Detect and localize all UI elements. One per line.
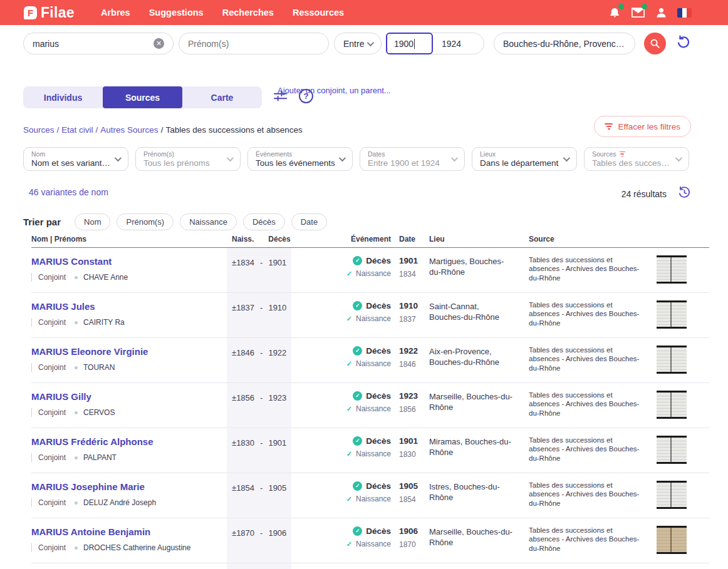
breadcrumb-separator: /: [161, 125, 164, 135]
bullet-icon: [75, 366, 78, 369]
source-collection: Tables des successions et absences - Arc…: [523, 248, 650, 292]
event-secondary-label: Naissance: [356, 404, 391, 413]
mail-icon[interactable]: [631, 6, 645, 19]
birth-year-approx: ±1834: [232, 258, 254, 292]
death-year: 1923: [268, 393, 286, 428]
filter-select-sources[interactable]: SourcesTables des successions et ab...: [584, 147, 689, 171]
results-list: MARIUS Constant Conjoint CHAVE Anne ±183…: [0, 248, 728, 569]
filter-select-dates[interactable]: DatesEntre 1900 et 1924: [360, 147, 465, 171]
table-row[interactable]: MARIUS Eleonore Virginie Conjoint TOURAN…: [31, 338, 709, 383]
breadcrumb-autres-sources[interactable]: Autres Sources: [100, 125, 158, 135]
history-icon[interactable]: [678, 186, 691, 202]
event-place: Marseille, Bouches-du-Rhône: [424, 563, 523, 569]
record-thumbnail[interactable]: [657, 436, 687, 464]
spouse-name: CERVOS: [83, 408, 115, 417]
event-place: Istres, Bouches-du-Rhône: [424, 473, 523, 518]
table-row[interactable]: MARIUS Josephine Marie Conjoint DELUZ An…: [31, 473, 709, 518]
table-row[interactable]: MARIUS Constant Conjoint CHAVE Anne ±183…: [31, 248, 709, 293]
filter-select-lieux[interactable]: LieuxDans le département: [472, 147, 577, 171]
event-secondary-label: Naissance: [356, 540, 391, 548]
bullet-icon: [75, 276, 78, 279]
results-count: 24 résultats: [621, 189, 667, 199]
death-year: 1905: [268, 483, 286, 518]
breadcrumb-etat-civil[interactable]: Etat civil: [61, 125, 93, 135]
tab-sources[interactable]: Sources: [103, 86, 182, 108]
bell-icon[interactable]: [608, 6, 621, 19]
spouse-label: Conjoint: [38, 453, 75, 462]
location-field[interactable]: Bouches-du-Rhône, Provence-Alpes-...: [494, 33, 635, 54]
nav-item-ressources[interactable]: Ressources: [293, 8, 344, 18]
filae-logo[interactable]: F Filae: [24, 4, 75, 21]
date-operator-select[interactable]: Entre: [334, 33, 382, 54]
event-primary-year: 1901: [399, 436, 424, 446]
filter-select-nom[interactable]: NomNom et ses variantes phoné...: [23, 147, 128, 171]
col-header-birth: Naiss.: [232, 235, 254, 243]
tab-carte[interactable]: Carte: [182, 86, 262, 108]
nav-item-arbres[interactable]: Arbres: [101, 8, 130, 18]
person-name-link[interactable]: MARIUS Constant: [31, 256, 112, 267]
event-primary-label: Décès: [366, 256, 391, 265]
life-dates: ±1835 - 1915: [227, 563, 291, 569]
record-thumbnail[interactable]: [657, 391, 687, 419]
person-name-link[interactable]: MARIUS Eleonore Virginie: [31, 346, 148, 357]
breadcrumb-current: Tables des successions et absences: [165, 125, 302, 135]
breadcrumb-sources[interactable]: Sources: [23, 125, 55, 135]
search-button[interactable]: [644, 33, 666, 54]
col-header-date: Date: [393, 235, 424, 243]
clear-icon[interactable]: ✕: [153, 38, 164, 49]
filter-value: Tous les prénoms: [143, 158, 224, 168]
person-name-link[interactable]: MARIUS Antoine Benjamin: [31, 526, 150, 537]
record-thumbnail[interactable]: [657, 481, 687, 509]
chevron-down-icon: [675, 155, 682, 161]
result-tabs: Individus Sources Carte: [23, 86, 262, 108]
record-thumbnail[interactable]: [657, 300, 687, 329]
event-secondary-label: Naissance: [356, 495, 391, 503]
sort-date-button[interactable]: Date: [291, 213, 327, 230]
table-row[interactable]: MARIUS Frédéric Alphonse Conjoint PALPAN…: [31, 428, 709, 473]
tab-individus[interactable]: Individus: [23, 86, 103, 108]
record-thumbnail[interactable]: [657, 526, 687, 554]
reset-search-icon[interactable]: [675, 35, 692, 51]
source-collection: Tables des successions et absences - Arc…: [523, 383, 650, 428]
person-name-link[interactable]: MARIUS Josephine Marie: [31, 481, 145, 492]
filter-select-evenements[interactable]: ÉvénementsTous les événements: [247, 147, 353, 171]
advanced-filters-icon[interactable]: [273, 90, 288, 105]
event-secondary-label: Naissance: [356, 269, 391, 278]
filter-select-prenoms[interactable]: Prénom(s)Tous les prénoms: [135, 147, 241, 171]
record-thumbnail[interactable]: [657, 346, 687, 374]
bullet-icon: [75, 411, 78, 414]
chevron-down-icon: [339, 155, 346, 161]
first-name-input[interactable]: [188, 39, 320, 49]
sort-nom-button[interactable]: Nom: [75, 213, 110, 230]
table-row[interactable]: MARIUS Jules Conjoint CAIRITY Ra ±1837 -…: [31, 293, 709, 338]
person-name-link[interactable]: MARIUS Frédéric Alphonse: [31, 436, 153, 447]
event-primary-year: 1906: [399, 526, 424, 536]
sort-prenoms-button[interactable]: Prénom(s): [117, 213, 174, 230]
sort-naissance-button[interactable]: Naissance: [180, 213, 237, 230]
last-name-input[interactable]: [33, 39, 153, 49]
person-name-link[interactable]: MARIUS Jules: [31, 301, 95, 312]
first-name-field[interactable]: [179, 33, 329, 54]
name-variants-link[interactable]: 46 variantes de nom: [29, 187, 108, 197]
help-icon[interactable]: ?: [299, 89, 313, 103]
spouse-name: CHAVE Anne: [83, 273, 128, 282]
table-row[interactable]: MARIUS Antoine Benjamin Conjoint DROCHES…: [31, 518, 709, 563]
funnel-icon: [620, 151, 625, 157]
table-row[interactable]: MARIUS Gilly Conjoint CERVOS ±1856 - 192…: [31, 383, 709, 428]
sort-bar: Trier par Nom Prénom(s) Naissance Décès …: [0, 208, 728, 235]
language-flag-fr-icon[interactable]: [677, 8, 692, 18]
nav-item-suggestions[interactable]: Suggestions: [149, 8, 204, 18]
event-primary-year: 1905: [399, 481, 424, 491]
account-icon[interactable]: [654, 6, 668, 19]
year-from-input[interactable]: 1900: [386, 33, 433, 54]
table-row[interactable]: MARIUS Louis ±1835 - 1915 ✓ Décès ✓ Nais…: [31, 563, 709, 569]
birth-check-icon: ✓: [346, 315, 352, 323]
nav-item-recherches[interactable]: Recherches: [222, 8, 274, 18]
last-name-field[interactable]: ✕: [23, 33, 174, 54]
clear-filters-button[interactable]: Effacer les filtres: [594, 116, 691, 137]
record-thumbnail[interactable]: [657, 255, 687, 284]
year-to-input[interactable]: 1924: [433, 39, 461, 49]
death-year: 1922: [268, 348, 286, 382]
person-name-link[interactable]: MARIUS Gilly: [31, 391, 91, 402]
sort-deces-button[interactable]: Décès: [243, 213, 285, 230]
